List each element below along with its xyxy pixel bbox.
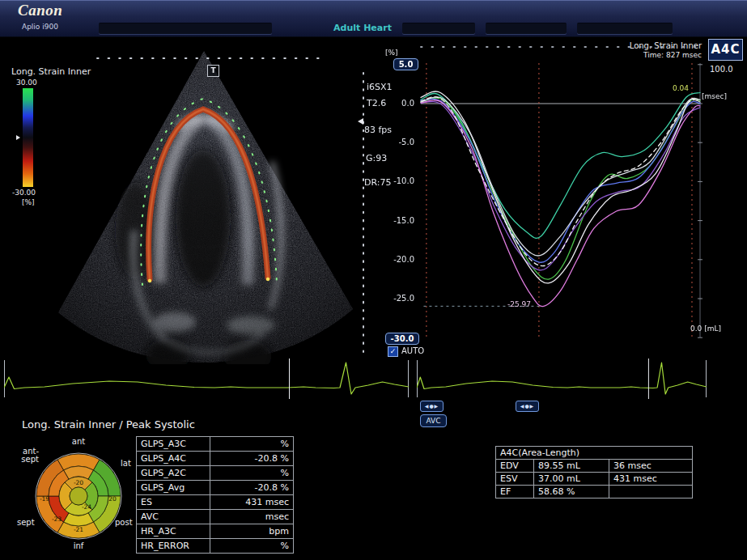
transducer-label: i6SX1 xyxy=(367,82,393,92)
y-tick-label: -10.0 xyxy=(387,176,414,185)
region-label-ant: ant xyxy=(60,437,97,446)
y-tick-label: -15.0 xyxy=(387,216,414,225)
table-header-row: A4C(Area-Length) xyxy=(496,447,693,460)
table-row: GLPS_A4C-20.8 % xyxy=(137,452,294,466)
svg-text:-20: -20 xyxy=(74,479,83,486)
ultrasound-screen: Canon Aplio i900 Adult Heart Long. Strai… xyxy=(0,0,747,560)
volume-axis-label: 0.0 [mL] xyxy=(690,325,721,333)
svg-text:-23: -23 xyxy=(52,515,62,523)
orientation-marker: T xyxy=(207,65,219,77)
canon-logo: Canon xyxy=(18,2,62,19)
end-strain-value: 0.04 xyxy=(673,84,689,92)
bullseye-map: -19-23-20-2420-21 ant ant-sept lat sept … xyxy=(11,435,151,558)
focus-marker-icon xyxy=(358,118,363,125)
colorbar-zero-marker-icon xyxy=(16,135,20,140)
table-row: EF58.68 % xyxy=(496,486,693,498)
depth-scale-label: 100.0 xyxy=(710,65,733,74)
svg-text:-24: -24 xyxy=(82,503,91,511)
colorbar-max-label: 30.00 xyxy=(16,78,37,87)
y-tick-label: 0.0 xyxy=(387,99,414,108)
thermal-index-label: T2.6 xyxy=(367,98,386,108)
view-label-button[interactable]: A4C xyxy=(708,39,743,61)
auto-checkbox[interactable]: ✓ xyxy=(388,346,398,357)
colorbar-min-label: -30.00 xyxy=(12,189,36,197)
volume-table-title: A4C(Area-Length) xyxy=(496,447,693,460)
svg-text:-19: -19 xyxy=(40,495,49,503)
colorbar-unit-label: [%] xyxy=(22,198,35,206)
y-tick-label: -5.0 xyxy=(387,138,414,146)
header-field[interactable] xyxy=(486,23,567,34)
volume-table: A4C(Area-Length) EDV89.55 mL36 msec ESV3… xyxy=(495,446,693,498)
frame-nav-icon: ◀●▶ xyxy=(520,403,534,409)
region-label-sept: sept xyxy=(17,518,35,527)
gain-label: G:93 xyxy=(366,153,387,163)
ecg-strip-left[interactable] xyxy=(4,358,409,399)
bullseye-plot: -19-23-20-2420-21 xyxy=(23,436,134,556)
x-axis-unit-label: [msec] xyxy=(702,92,727,100)
frame-nav-icon: ◀●▶ xyxy=(425,403,439,409)
ultrasound-image[interactable] xyxy=(39,40,371,364)
patient-info-field[interactable] xyxy=(99,23,272,34)
strain-colorbar xyxy=(23,88,33,187)
y-tick-label: -20.0 xyxy=(387,255,414,264)
region-label-post: post xyxy=(115,518,133,527)
strain-measurements-table: GLPS_A3C% GLPS_A4C-20.8 % GLPS_A2C% GLPS… xyxy=(136,436,294,554)
table-row: GLPS_A3C% xyxy=(137,437,294,452)
model-label: Aplio i900 xyxy=(22,23,58,31)
auto-checkbox-label: AUTO xyxy=(401,346,424,355)
ecg-strip-right[interactable] xyxy=(417,358,707,399)
region-label-ant-sept: ant-sept xyxy=(13,448,39,464)
framerate-label: 83 fps xyxy=(364,125,392,135)
table-row: GLPS_Avg-20.8 % xyxy=(137,481,294,495)
header-field[interactable] xyxy=(577,23,673,34)
y-axis-unit-label: [%] xyxy=(385,49,398,57)
peak-systolic-title: Long. Strain Inner / Peak Systolic xyxy=(22,418,195,431)
table-row: ESV37.00 mL431 msec xyxy=(496,473,693,486)
table-row: EDV89.55 mL36 msec xyxy=(496,460,693,473)
strain-chart[interactable] xyxy=(417,40,708,352)
y-tick-label: -25.0 xyxy=(387,294,414,303)
frame-nav-button[interactable]: ◀●▶ xyxy=(516,401,539,412)
peak-strain-value: -25.97 xyxy=(507,300,531,308)
table-row: HR_ERROR% xyxy=(137,539,294,554)
exam-type-label: Adult Heart xyxy=(322,23,403,33)
region-label-lat: lat xyxy=(121,459,131,468)
table-row: HR_A3Cbpm xyxy=(137,524,294,539)
avc-button[interactable]: AVC xyxy=(420,414,447,427)
header-field[interactable] xyxy=(402,23,475,34)
y-max-button[interactable]: 5.0 xyxy=(393,58,418,70)
table-row: GLPS_A2C% xyxy=(137,466,294,481)
check-icon: ✓ xyxy=(390,347,397,355)
table-row: AVCmsec xyxy=(137,510,294,524)
svg-text:20: 20 xyxy=(108,495,117,503)
region-label-inf: inf xyxy=(60,541,97,550)
svg-text:-21: -21 xyxy=(74,526,83,533)
table-row: ES431 msec xyxy=(137,495,294,510)
frame-nav-button[interactable]: ◀●▶ xyxy=(420,401,444,412)
y-min-button[interactable]: -30.0 xyxy=(385,333,419,345)
title-bar: Canon Aplio i900 Adult Heart xyxy=(0,0,747,37)
